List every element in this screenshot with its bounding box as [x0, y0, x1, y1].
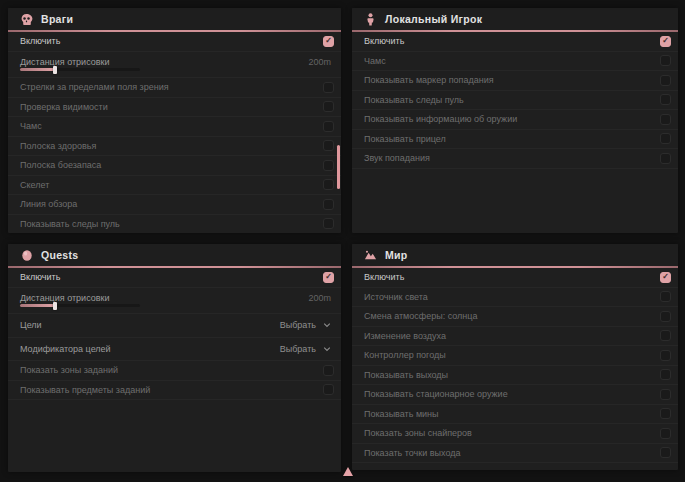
panel-title: Quests: [41, 249, 78, 261]
checkbox-row[interactable]: Показывать выходы✓: [352, 366, 678, 386]
checkbox-row[interactable]: Чамс✓: [352, 52, 678, 72]
checkbox-row[interactable]: Показывать прицел✓: [352, 130, 678, 150]
row-label: Показывать следы пуль: [20, 219, 120, 229]
checkbox[interactable]: ✓: [323, 365, 334, 376]
checkbox[interactable]: ✓: [660, 311, 671, 322]
slider-thumb[interactable]: [53, 66, 57, 74]
checkbox-row[interactable]: Показывать следы пуль✓: [352, 91, 678, 111]
slider[interactable]: [20, 68, 140, 71]
checkbox[interactable]: ✓: [660, 75, 671, 86]
panel-title: Локальный Игрок: [385, 13, 482, 25]
row-label: Дистанция отрисовки: [20, 57, 110, 67]
checkbox-row[interactable]: Включить✓: [352, 268, 678, 288]
row-label: Полоска здоровья: [20, 141, 96, 151]
checkbox[interactable]: ✓: [660, 114, 671, 125]
checkbox[interactable]: ✓: [323, 384, 334, 395]
dropdown[interactable]: Выбрать: [280, 320, 331, 330]
dropdown-row[interactable]: Модификатора целейВыбрать: [8, 338, 341, 362]
row-label: Звук попадания: [364, 153, 430, 163]
dropdown-value: Выбрать: [280, 344, 316, 354]
checkbox-row[interactable]: Показать зоны заданий✓: [8, 361, 341, 381]
checkbox[interactable]: ✓: [323, 82, 334, 93]
checkbox-row[interactable]: Включить✓: [8, 32, 341, 52]
mouse-cursor: [343, 467, 353, 476]
slider-thumb[interactable]: [53, 302, 57, 310]
checkbox[interactable]: ✓: [323, 160, 334, 171]
dropdown[interactable]: Выбрать: [280, 344, 331, 354]
row-label: Включить: [20, 36, 60, 46]
checkbox-row[interactable]: Смена атмосферы: солнца✓: [352, 307, 678, 327]
panel-header: Мир: [352, 244, 678, 266]
panel-title: Враги: [41, 13, 73, 25]
row-label: Скелет: [20, 180, 49, 190]
checkbox[interactable]: ✓: [323, 140, 334, 151]
checkbox-row[interactable]: Звук попадания✓: [352, 149, 678, 169]
checkbox[interactable]: ✓: [660, 369, 671, 380]
checkbox-row[interactable]: Показывать предметы заданий✓: [8, 381, 341, 401]
checkbox[interactable]: ✓: [660, 291, 671, 302]
checkbox-row[interactable]: Скелет✓: [8, 176, 341, 196]
checkbox-row[interactable]: Включить✓: [352, 32, 678, 52]
checkbox[interactable]: ✓: [323, 218, 334, 229]
quest-icon: [20, 249, 33, 262]
checkbox-row[interactable]: Показывать следы пуль✓: [8, 215, 341, 234]
panel-enemies: Враги Включить✓Дистанция отрисовки200mСт…: [8, 8, 341, 233]
checkbox-row[interactable]: Линия обзора✓: [8, 195, 341, 215]
slider[interactable]: [20, 304, 140, 307]
checkbox-row[interactable]: Показывать мины✓: [352, 405, 678, 425]
checkbox[interactable]: ✓: [660, 428, 671, 439]
checkbox-row[interactable]: Показывать маркер попадания✓: [352, 71, 678, 91]
checkbox-row[interactable]: Показать зоны снайперов✓: [352, 424, 678, 444]
row-label: Изменение воздуха: [364, 331, 446, 341]
checkbox[interactable]: ✓: [660, 447, 671, 458]
checkbox-row[interactable]: Полоска боезапаса✓: [8, 156, 341, 176]
row-label: Показывать маркер попадания: [364, 75, 494, 85]
checkbox[interactable]: ✓: [660, 94, 671, 105]
row-label: Источник света: [364, 292, 428, 302]
row-label: Смена атмосферы: солнца: [364, 311, 477, 321]
checkbox[interactable]: ✓: [660, 153, 671, 164]
checkbox-row[interactable]: Контроллер погоды✓: [352, 346, 678, 366]
check-icon: ✓: [325, 273, 332, 281]
checkbox[interactable]: ✓: [323, 36, 334, 47]
checkbox-row[interactable]: Чамс✓: [8, 117, 341, 137]
checkbox-row[interactable]: Показывать стационарное оружие✓: [352, 385, 678, 405]
checkbox[interactable]: ✓: [660, 36, 671, 47]
checkbox-row[interactable]: Стрелки за пределами поля зрения✓: [8, 78, 341, 98]
checkbox[interactable]: ✓: [660, 408, 671, 419]
row-label: Показывать стационарное оружие: [364, 389, 508, 399]
row-label: Контроллер погоды: [364, 350, 446, 360]
slider-row[interactable]: Дистанция отрисовки200m: [8, 52, 341, 79]
row-label: Включить: [20, 272, 60, 282]
checkbox[interactable]: ✓: [660, 133, 671, 144]
checkbox[interactable]: ✓: [660, 55, 671, 66]
row-label: Показать зоны заданий: [20, 365, 118, 375]
checkbox[interactable]: ✓: [323, 272, 334, 283]
checkbox[interactable]: ✓: [323, 199, 334, 210]
scrollbar[interactable]: [337, 145, 340, 189]
checkbox[interactable]: ✓: [323, 121, 334, 132]
dropdown-row[interactable]: ЦелиВыбрать: [8, 314, 341, 338]
chevron-down-icon: [323, 345, 331, 353]
checkbox[interactable]: ✓: [660, 272, 671, 283]
checkbox-row[interactable]: Изменение воздуха✓: [352, 327, 678, 347]
checkbox[interactable]: ✓: [323, 179, 334, 190]
skull-icon: [20, 13, 33, 26]
checkbox-row[interactable]: Проверка видимости✓: [8, 98, 341, 118]
checkbox-row[interactable]: Источник света✓: [352, 288, 678, 308]
checkbox[interactable]: ✓: [660, 330, 671, 341]
checkbox-row[interactable]: Показывать информацию об оружии✓: [352, 110, 678, 130]
panel-header: Quests: [8, 244, 341, 266]
row-label: Проверка видимости: [20, 102, 108, 112]
checkbox[interactable]: ✓: [660, 350, 671, 361]
row-label: Чамс: [364, 56, 386, 66]
world-icon: [364, 249, 377, 262]
checkbox[interactable]: ✓: [660, 389, 671, 400]
checkbox[interactable]: ✓: [323, 101, 334, 112]
checkbox-row[interactable]: Включить✓: [8, 268, 341, 288]
slider-row[interactable]: Дистанция отрисовки200m: [8, 288, 341, 315]
row-label: Модификатора целей: [20, 344, 111, 354]
checkbox-row[interactable]: Полоска здоровья✓: [8, 137, 341, 157]
slider-value: 200m: [308, 57, 331, 67]
checkbox-row[interactable]: Показать точки выхода✓: [352, 444, 678, 464]
